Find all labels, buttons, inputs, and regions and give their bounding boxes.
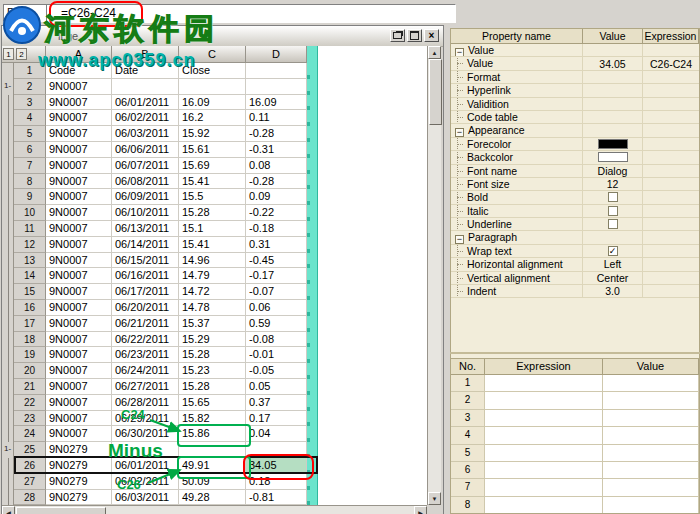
grid-cell[interactable]: 15.65 xyxy=(179,395,246,411)
grid-cell[interactable]: 9N0007 xyxy=(46,411,112,427)
collapse-icon[interactable]: − xyxy=(455,235,464,243)
window-titlebar[interactable]: il.ge × xyxy=(2,26,443,47)
property-expression[interactable] xyxy=(643,245,699,257)
grid-cell[interactable]: 9N0279 xyxy=(46,458,112,474)
value-cell[interactable] xyxy=(603,410,699,427)
row-number[interactable]: 18 xyxy=(14,332,46,348)
grid-cell[interactable]: -0.22 xyxy=(246,205,307,221)
grid-cell[interactable]: 0.09 xyxy=(246,189,307,205)
outline-gutter[interactable] xyxy=(2,126,14,142)
row-number[interactable]: 3 xyxy=(14,95,46,111)
property-expression[interactable] xyxy=(643,191,699,203)
property-row[interactable]: Vertical alignmentCenter xyxy=(451,272,699,285)
row-number[interactable]: 14 xyxy=(14,268,46,284)
grid-cell[interactable]: 9N0007 xyxy=(46,221,112,237)
row-number[interactable]: 23 xyxy=(14,411,46,427)
grid-cell[interactable]: 06/17/2011 xyxy=(112,284,179,300)
row-number[interactable]: 19 xyxy=(14,347,46,363)
grid-cell[interactable]: 9N0007 xyxy=(46,95,112,111)
property-row[interactable]: Horizontal alignmentLeft xyxy=(451,258,699,271)
grid-cell[interactable]: 06/27/2011 xyxy=(112,379,179,395)
grid-cell[interactable]: 0.08 xyxy=(246,158,307,174)
color-swatch[interactable] xyxy=(598,152,628,162)
row-number[interactable]: 4 xyxy=(14,110,46,126)
checkbox[interactable] xyxy=(608,219,618,229)
grid-cell[interactable]: 15.92 xyxy=(179,126,246,142)
property-expression[interactable] xyxy=(643,111,699,123)
row-number[interactable]: 2 xyxy=(14,79,46,95)
grid-cell[interactable]: -0.45 xyxy=(246,253,307,269)
vertical-scroll-thumb[interactable] xyxy=(429,59,442,125)
expression-cell[interactable] xyxy=(485,410,603,427)
checkbox[interactable] xyxy=(608,206,618,216)
grid-cell[interactable]: 9N0279 xyxy=(46,490,112,506)
property-value[interactable]: Center xyxy=(583,272,643,284)
grid-cell[interactable]: 06/06/2011 xyxy=(112,142,179,158)
outline-gutter[interactable] xyxy=(2,332,14,348)
grid-cell[interactable]: 06/02/2011 xyxy=(112,474,179,490)
column-header[interactable]: C xyxy=(179,46,246,63)
grid-cell[interactable]: 15.28 xyxy=(179,379,246,395)
row-number[interactable]: 5 xyxy=(14,126,46,142)
panel-splitter[interactable] xyxy=(450,352,700,354)
grid-cell[interactable]: -0.18 xyxy=(246,221,307,237)
grid-cell[interactable]: 14.78 xyxy=(179,300,246,316)
property-value[interactable] xyxy=(583,151,643,163)
property-value[interactable] xyxy=(583,111,643,123)
row-number[interactable]: 25 xyxy=(14,442,46,458)
grid-cell[interactable]: -0.28 xyxy=(246,174,307,190)
property-value[interactable]: 12 xyxy=(583,178,643,190)
property-row[interactable]: Wrap text✓ xyxy=(451,245,699,258)
property-row[interactable]: Value34.05C26-C24 xyxy=(451,57,699,70)
grid-cell[interactable]: 9N0007 xyxy=(46,126,112,142)
grid-cell[interactable]: 14.72 xyxy=(179,284,246,300)
outline-gutter[interactable] xyxy=(2,205,14,221)
grid-cell[interactable]: 06/29/2011 xyxy=(112,411,179,427)
grid-cell[interactable]: -0.07 xyxy=(246,284,307,300)
property-row[interactable]: Font nameDialog xyxy=(451,165,699,178)
expression-cell[interactable] xyxy=(485,392,603,409)
grid-cell[interactable]: -0.31 xyxy=(246,142,307,158)
grid-cell[interactable]: 15.28 xyxy=(179,347,246,363)
grid-cell[interactable]: 15.61 xyxy=(179,142,246,158)
grid-cell[interactable] xyxy=(179,79,246,95)
column-header[interactable]: D xyxy=(246,46,307,63)
grid-cell[interactable] xyxy=(112,442,179,458)
scroll-left-button[interactable]: ◀ xyxy=(2,506,15,514)
grid-cell[interactable]: 06/16/2011 xyxy=(112,268,179,284)
outline-gutter[interactable]: 1- xyxy=(2,442,14,458)
property-value[interactable] xyxy=(583,44,643,56)
property-row[interactable]: Font size12 xyxy=(451,178,699,191)
grid-cell[interactable]: 06/01/2011 xyxy=(112,458,179,474)
grid-cell[interactable] xyxy=(246,63,307,79)
grid-cell[interactable]: 06/23/2011 xyxy=(112,347,179,363)
outline-gutter[interactable] xyxy=(2,110,14,126)
expression-cell[interactable] xyxy=(485,427,603,444)
grid-cell[interactable]: 0.05 xyxy=(246,379,307,395)
grid-cell[interactable]: -0.81 xyxy=(246,490,307,506)
outline-gutter[interactable] xyxy=(2,395,14,411)
outline-gutter[interactable] xyxy=(2,474,14,490)
row-number[interactable]: 12 xyxy=(14,237,46,253)
outline-gutter[interactable] xyxy=(2,426,14,442)
grid-cell[interactable]: 06/22/2011 xyxy=(112,332,179,348)
maximize-button[interactable] xyxy=(407,29,422,42)
grid-cell[interactable]: 9N0007 xyxy=(46,379,112,395)
grid-cell[interactable]: 0.06 xyxy=(246,300,307,316)
property-expression[interactable]: C26-C24 xyxy=(643,57,699,69)
color-swatch[interactable] xyxy=(598,139,628,149)
column-header[interactable]: A xyxy=(46,46,112,63)
outline-gutter[interactable] xyxy=(2,379,14,395)
row-number[interactable]: 26 xyxy=(14,458,46,474)
grid-cell[interactable]: 0.31 xyxy=(246,237,307,253)
grid-cell[interactable]: 49.91 xyxy=(179,458,246,474)
grid-cell[interactable]: 9N0007 xyxy=(46,79,112,95)
grid-cell[interactable]: 06/10/2011 xyxy=(112,205,179,221)
grid-cell[interactable]: 9N0007 xyxy=(46,205,112,221)
property-row[interactable]: Italic xyxy=(451,205,699,218)
row-number[interactable]: 15 xyxy=(14,284,46,300)
property-expression[interactable] xyxy=(643,124,699,136)
property-expression[interactable] xyxy=(643,44,699,56)
row-number[interactable]: 16 xyxy=(14,300,46,316)
property-value[interactable] xyxy=(583,218,643,230)
